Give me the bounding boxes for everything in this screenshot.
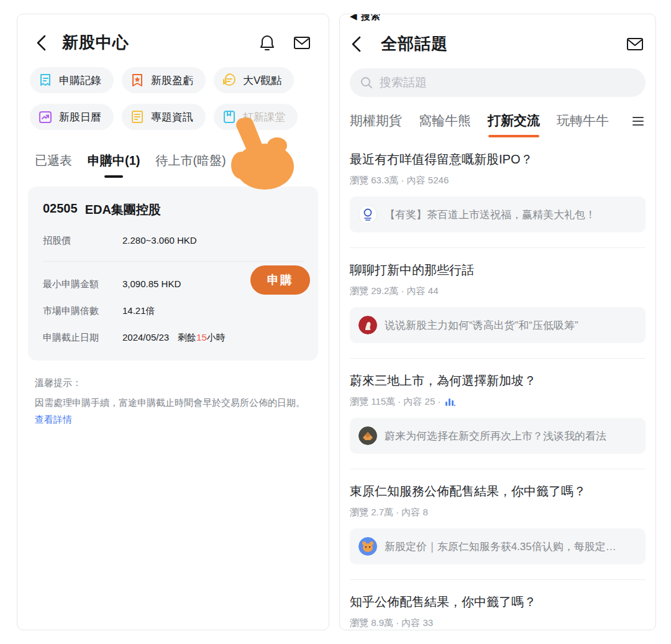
page-title: 新股中心 bbox=[62, 32, 129, 53]
remaining-hours: 15 bbox=[196, 332, 207, 343]
tab-submitted[interactable]: 已遞表 bbox=[35, 152, 72, 178]
chat-bubble-icon bbox=[222, 73, 237, 88]
deadline-row: 申購截止日期 2024/05/23剩餘15小時 bbox=[43, 331, 303, 343]
ipo-center-screen: 新股中心 申購記 bbox=[17, 14, 329, 630]
bell-icon bbox=[258, 34, 276, 52]
topic-title[interactable]: 東原仁知服務公佈配售結果，你中籤了嗎？ bbox=[350, 483, 646, 500]
chip-label: 新股盈虧 bbox=[151, 73, 193, 88]
field-value: 2.280~3.060 HKD bbox=[122, 234, 197, 246]
topic-meta: 瀏覽 8.9萬 · 內容 33 bbox=[350, 617, 646, 629]
featured-post-text: 【有奖】茶百道上市送祝福，赢精美大礼包！ bbox=[385, 208, 596, 222]
topic-meta: 瀏覽 29.2萬 · 內容 44 bbox=[350, 285, 646, 297]
mail-icon bbox=[293, 34, 311, 52]
notice-body: 因需處理申購手續，富途申購截止時間會早於交易所公佈的日期。查看詳情 bbox=[35, 394, 311, 428]
field-label: 招股價 bbox=[43, 234, 122, 246]
avatar bbox=[358, 205, 377, 224]
subscribe-button[interactable]: 申購 bbox=[250, 265, 310, 295]
deadline-value: 2024/05/23剩餘15小時 bbox=[122, 331, 226, 343]
topic-item: 聊聊打新中的那些行話 瀏覽 29.2萬 · 內容 44 说说新股主力如何“诱高出… bbox=[350, 248, 646, 359]
return-to-search-indicator[interactable]: ◀ 搜索 bbox=[350, 14, 381, 22]
field-label: 最小申購金額 bbox=[43, 278, 122, 290]
offer-price-row: 招股價 2.280~3.060 HKD bbox=[43, 234, 303, 246]
ipo-card[interactable]: 02505 EDA集團控股 招股價 2.280~3.060 HKD 最小申購金額… bbox=[28, 186, 318, 361]
topic-category-tabs: 期權期貨 窩輪牛熊 打新交流 玩轉牛牛 bbox=[340, 97, 655, 137]
document-icon bbox=[130, 109, 145, 124]
topic-title[interactable]: 蔚來三地上市，為何選擇新加坡？ bbox=[350, 372, 646, 389]
avatar bbox=[358, 537, 377, 556]
featured-post-text: 蔚来为何选择在新交所再次上市？浅谈我的看法 bbox=[385, 429, 606, 443]
topic-meta: 瀏覽 115萬 · 內容 25 · bbox=[350, 396, 646, 408]
chip-label: 打新課堂 bbox=[243, 110, 285, 124]
messages-button[interactable] bbox=[626, 35, 644, 53]
featured-post-text: 新股定价｜东原仁知服务获4.35倍认购，每股定… bbox=[385, 540, 616, 554]
stock-code: 02505 bbox=[43, 201, 78, 218]
chip-kol-opinions[interactable]: 大V觀點 bbox=[214, 67, 294, 93]
screenshot-stage: 新股中心 申購記 bbox=[0, 0, 671, 644]
field-label: 市場申購倍數 bbox=[43, 305, 122, 316]
chip-subscription-records[interactable]: 申購記錄 bbox=[30, 67, 114, 93]
back-icon[interactable] bbox=[35, 34, 48, 52]
topic-title[interactable]: 聊聊打新中的那些行話 bbox=[350, 262, 646, 278]
back-icon[interactable] bbox=[350, 35, 363, 53]
tab-ipo-exchange[interactable]: 打新交流 bbox=[488, 112, 540, 137]
avatar bbox=[358, 316, 377, 334]
chip-special-info[interactable]: 專題資訊 bbox=[122, 104, 206, 130]
chip-ipo-profit-loss[interactable]: 新股盈虧 bbox=[122, 67, 206, 93]
topic-featured-post[interactable]: 新股定价｜东原仁知服务获4.35倍认购，每股定… bbox=[350, 528, 646, 564]
ipo-status-tabs: 已遞表 申購中(1) 待上市(暗盤) 已上市 bbox=[17, 130, 329, 178]
more-categories-button[interactable] bbox=[631, 114, 646, 136]
star-bookmark-icon bbox=[130, 73, 145, 88]
notifications-button[interactable] bbox=[258, 34, 276, 52]
stock-name: EDA集團控股 bbox=[85, 201, 161, 218]
mail-icon bbox=[626, 35, 644, 53]
chip-ipo-calendar[interactable]: 新股日曆 bbox=[30, 104, 114, 130]
search-input[interactable] bbox=[380, 76, 636, 90]
topic-title[interactable]: 最近有冇咩值得留意嘅新股IPO？ bbox=[350, 151, 646, 168]
calendar-trend-icon bbox=[38, 109, 53, 124]
topic-item: 蔚來三地上市，為何選擇新加坡？ 瀏覽 115萬 · 內容 25 · bbox=[350, 359, 646, 469]
book-icon bbox=[222, 109, 237, 124]
topic-item: 知乎公佈配售結果，你中籤了嗎？ 瀏覽 8.9萬 · 內容 33 bbox=[350, 580, 646, 630]
topic-title[interactable]: 知乎公佈配售結果，你中籤了嗎？ bbox=[350, 594, 646, 610]
topic-meta: 瀏覽 2.7萬 · 內容 8 bbox=[350, 507, 646, 518]
hamburger-menu-icon bbox=[631, 114, 646, 129]
view-details-link[interactable]: 查看詳情 bbox=[35, 414, 72, 425]
topic-featured-post[interactable]: 说说新股主力如何“诱高出货”和“压低吸筹” bbox=[350, 307, 646, 343]
notice-block: 溫馨提示： 因需處理申購手續，富途申購截止時間會早於交易所公佈的日期。查看詳情 bbox=[17, 361, 329, 428]
chip-label: 專題資訊 bbox=[151, 110, 193, 124]
notice-title: 溫馨提示： bbox=[35, 374, 311, 391]
tab-to-be-listed[interactable]: 待上市(暗盤) bbox=[155, 152, 226, 178]
ipo-center-header: 新股中心 bbox=[17, 14, 329, 53]
poll-chart-icon bbox=[445, 397, 455, 407]
chip-label: 新股日曆 bbox=[59, 110, 101, 124]
search-icon bbox=[360, 76, 373, 90]
avatar bbox=[358, 426, 377, 445]
topic-item: 最近有冇咩值得留意嘅新股IPO？ 瀏覽 63.3萬 · 內容 5246 【有奖】… bbox=[350, 137, 646, 248]
messages-button[interactable] bbox=[293, 34, 311, 52]
topic-meta: 瀏覽 63.3萬 · 內容 5246 bbox=[350, 175, 646, 186]
card-divider bbox=[43, 261, 303, 262]
topic-item: 東原仁知服務公佈配售結果，你中籤了嗎？ 瀏覽 2.7萬 · 內容 8 新股定价｜… bbox=[350, 469, 646, 580]
field-value: 14.21倍 bbox=[122, 305, 155, 316]
shortcut-chips: 申購記錄 新股盈虧 大V觀點 bbox=[17, 53, 329, 130]
tab-options-futures[interactable]: 期權期貨 bbox=[350, 112, 402, 137]
chip-ipo-class[interactable]: 打新課堂 bbox=[214, 104, 298, 130]
receipt-icon bbox=[38, 73, 53, 88]
stock-title: 02505 EDA集團控股 bbox=[43, 201, 303, 218]
all-topics-screen: ◀ 搜索 全部話題 期權期貨 窩輪牛熊 打新交流 bbox=[339, 14, 656, 630]
tab-subscribing[interactable]: 申購中(1) bbox=[88, 152, 140, 178]
field-label: 申購截止日期 bbox=[43, 331, 122, 343]
topic-list: 最近有冇咩值得留意嘅新股IPO？ 瀏覽 63.3萬 · 內容 5246 【有奖】… bbox=[340, 137, 655, 630]
tab-listed[interactable]: 已上市 bbox=[242, 152, 279, 178]
field-value: 3,090.85 HKD bbox=[122, 278, 181, 290]
topic-featured-post[interactable]: 蔚来为何选择在新交所再次上市？浅谈我的看法 bbox=[350, 418, 646, 454]
topic-featured-post[interactable]: 【有奖】茶百道上市送祝福，赢精美大礼包！ bbox=[350, 196, 646, 232]
time-remaining: 剩餘15小時 bbox=[178, 332, 226, 343]
chip-label: 申購記錄 bbox=[59, 73, 101, 88]
tab-warrants-cbbc[interactable]: 窩輪牛熊 bbox=[419, 112, 471, 137]
chip-label: 大V觀點 bbox=[243, 73, 281, 88]
tab-play-moomoo[interactable]: 玩轉牛牛 bbox=[557, 112, 609, 137]
topics-header: 全部話題 bbox=[340, 14, 655, 55]
topic-search-bar[interactable] bbox=[350, 68, 646, 97]
deadline-date: 2024/05/23 bbox=[122, 332, 169, 343]
